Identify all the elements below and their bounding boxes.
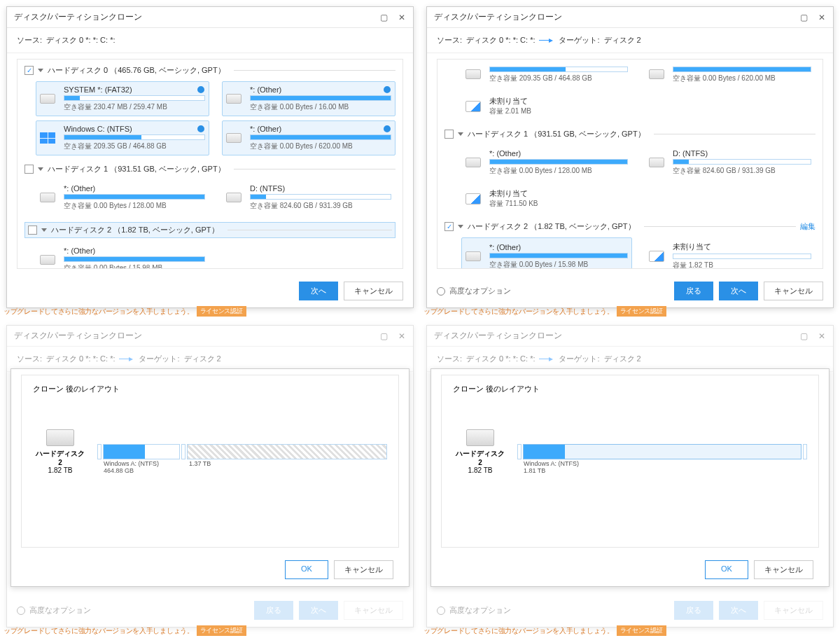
- volume-icon: [465, 69, 481, 79]
- next-button[interactable]: 次へ: [299, 282, 338, 300]
- arrow-icon: [539, 40, 549, 41]
- gear-icon: [437, 606, 445, 615]
- partition-other-2[interactable]: *: (Other)空き容量 0.00 Bytes / 620.00 MB: [222, 120, 396, 155]
- partition-other-1[interactable]: *: (Other)空き容量 0.00 Bytes / 16.00 MB: [222, 81, 396, 116]
- disk2-header[interactable]: ハードディスク 2 （1.82 TB, ベーシック, GPT） 編集: [444, 220, 816, 233]
- close-icon: ✕: [818, 331, 826, 341]
- cancel-button[interactable]: キャンセル: [344, 282, 403, 300]
- disk0-name: ハードディスク 0 （465.76 GB, ベーシック, GPT）: [48, 65, 225, 76]
- next-button[interactable]: 次へ: [719, 282, 758, 300]
- cancel-button[interactable]: キャンセル: [334, 560, 393, 579]
- layout-disk: ハードディスク 2 1.82 TB: [453, 429, 507, 474]
- volume-icon: [226, 133, 241, 143]
- dialog-layout: クローン 後のレイアウト ハードディスク 2 1.82 TB Windows A…: [430, 368, 830, 587]
- back-button: 戻る: [254, 601, 293, 620]
- chevron-down-icon[interactable]: [38, 167, 43, 171]
- partition-d1-d[interactable]: D: (NTFS)空き容量 824.60 GB / 931.39 GB: [645, 145, 816, 180]
- disk0-checkbox[interactable]: [24, 66, 34, 75]
- titlebar: ディスク/パーティションクローン ▢ ✕: [7, 7, 413, 28]
- license-tag[interactable]: ライセンス認証: [197, 306, 246, 317]
- ok-button[interactable]: OK: [285, 560, 328, 579]
- maximize-icon[interactable]: ▢: [379, 13, 388, 22]
- upgrade-banner: ップグレードしてさらに強力なバージョンを入手しましょう。ライセンス認証: [1, 624, 419, 637]
- chevron-down-icon[interactable]: [458, 225, 463, 228]
- disk2-checkbox[interactable]: [444, 222, 454, 231]
- layout-seg-b[interactable]: 1.37 TB: [187, 444, 387, 459]
- partition-d1-other[interactable]: *: (Other)空き容量 0.00 Bytes / 128.00 MB: [461, 145, 632, 180]
- maximize-icon: ▢: [379, 331, 388, 341]
- partition-d1-d[interactable]: D: (NTFS)空き容量 824.60 GB / 931.39 GB: [222, 180, 396, 215]
- disk1-header[interactable]: ハードディスク 1 （931.51 GB, ベーシック, GPT）: [24, 162, 396, 176]
- partition-d2-other[interactable]: *: (Other)空き容量 0.00 Bytes / 15.98 MB: [461, 237, 632, 269]
- radio-icon[interactable]: [197, 86, 204, 93]
- upgrade-banner: ップグレードしてさらに強力なバージョンを入手しましょう。ライセンス認証: [1, 305, 419, 318]
- license-tag[interactable]: ライセンス認証: [197, 625, 246, 636]
- radio-icon[interactable]: [197, 125, 204, 132]
- edit-link[interactable]: 編集: [800, 221, 816, 232]
- volume-icon: [649, 69, 664, 79]
- close-icon: ✕: [398, 331, 406, 341]
- maximize-icon[interactable]: ▢: [799, 13, 808, 22]
- layout-disk: ハードディスク 2 1.82 TB: [33, 429, 88, 474]
- disk2-name: ハードディスク 2 （1.82 TB, ベーシック, GPT）: [51, 225, 219, 235]
- volume-icon: [465, 251, 481, 261]
- partition-d2-unalloc[interactable]: 未割り当て容量 1.82 TB: [645, 237, 816, 269]
- cancel-button[interactable]: キャンセル: [754, 560, 813, 579]
- layout-seg-a[interactable]: Windows A: (NTFS)1.81 TB: [523, 444, 802, 459]
- dialog-step2: ディスク/パーティションクローン ▢✕ ソース: ディスク 0 *: *: C:…: [426, 6, 834, 308]
- disk0-header[interactable]: ハードディスク 0 （465.76 GB, ベーシック, GPT）: [24, 64, 396, 77]
- close-icon[interactable]: ✕: [398, 13, 406, 22]
- source-value: ディスク 0 *: *: C: *:: [46, 35, 115, 46]
- disk2-checkbox[interactable]: [28, 226, 37, 235]
- close-icon[interactable]: ✕: [818, 13, 826, 22]
- partition-top-c[interactable]: 空き容量 209.35 GB / 464.88 GB: [461, 61, 632, 88]
- gear-icon: [437, 287, 445, 296]
- upgrade-banner: ップグレードしてさらに強力なバージョンを入手しましょう。ライセンス認証: [421, 305, 839, 318]
- unalloc-icon: [465, 101, 481, 112]
- license-tag[interactable]: ライセンス認証: [617, 625, 666, 636]
- volume-icon: [465, 158, 481, 167]
- dialog-title: ディスク/パーティションクローン: [434, 11, 562, 23]
- arrow-icon: [119, 359, 129, 359]
- next-button: 次へ: [719, 601, 758, 620]
- radio-icon[interactable]: [384, 125, 391, 132]
- disk1-header[interactable]: ハードディスク 1 （931.51 GB, ベーシック, GPT）: [444, 127, 816, 141]
- unalloc-icon: [649, 251, 664, 262]
- partition-d1-unalloc[interactable]: 未割り当て容量 711.50 KB: [461, 184, 632, 213]
- volume-icon: [40, 94, 55, 104]
- volume-icon: [226, 193, 241, 202]
- chevron-down-icon[interactable]: [41, 228, 47, 232]
- back-button[interactable]: 戻る: [674, 282, 713, 300]
- partition-system[interactable]: SYSTEM *: (FAT32)空き容量 230.47 MB / 259.47…: [36, 81, 209, 116]
- disk1-name: ハードディスク 1 （931.51 GB, ベーシック, GPT）: [468, 129, 645, 139]
- ok-button[interactable]: OK: [705, 560, 748, 579]
- partition-d2-other[interactable]: *: (Other)空き容量 0.00 Bytes / 15.98 MB: [36, 242, 209, 269]
- disk-icon: [46, 429, 74, 446]
- chevron-down-icon[interactable]: [458, 132, 463, 136]
- source-label: ソース:: [17, 35, 42, 46]
- dialog-step1: ディスク/パーティションクローン ▢ ✕ ソース: ディスク 0 *: *: C…: [6, 6, 414, 308]
- maximize-icon: ▢: [799, 331, 808, 341]
- layout-subtitle: クローン 後のレイアウト: [33, 384, 387, 394]
- volume-icon: [649, 158, 664, 167]
- disk1-name: ハードディスク 1 （931.51 GB, ベーシック, GPT）: [48, 164, 225, 174]
- partition-windows-c[interactable]: Windows C: (NTFS)空き容量 209.35 GB / 464.88…: [36, 120, 209, 155]
- radio-icon[interactable]: [384, 86, 391, 93]
- chevron-down-icon[interactable]: [38, 69, 43, 72]
- unalloc-icon: [465, 193, 481, 204]
- disk1-checkbox[interactable]: [444, 130, 454, 139]
- license-tag[interactable]: ライセンス認証: [617, 306, 666, 317]
- volume-icon: [40, 193, 55, 202]
- volume-icon: [226, 94, 241, 104]
- partition-top-unalloc[interactable]: 未割り当て容量 2.01 MB: [461, 92, 632, 120]
- partition-top-o[interactable]: 空き容量 0.00 Bytes / 620.00 MB: [645, 61, 816, 88]
- disk2-header[interactable]: ハードディスク 2 （1.82 TB, ベーシック, GPT）: [24, 222, 396, 238]
- advanced-options-button[interactable]: 高度なオプション: [437, 286, 511, 296]
- partition-d1-other[interactable]: *: (Other)空き容量 0.00 Bytes / 128.00 MB: [36, 180, 209, 215]
- dialog-title: ディスク/パーティションクローン: [14, 11, 142, 23]
- volume-icon: [40, 255, 55, 265]
- cancel-button[interactable]: キャンセル: [764, 282, 823, 300]
- next-button: 次へ: [299, 601, 338, 620]
- disk1-checkbox[interactable]: [24, 165, 34, 174]
- layout-seg-a[interactable]: Windows A: (NTFS)464.88 GB: [103, 444, 180, 459]
